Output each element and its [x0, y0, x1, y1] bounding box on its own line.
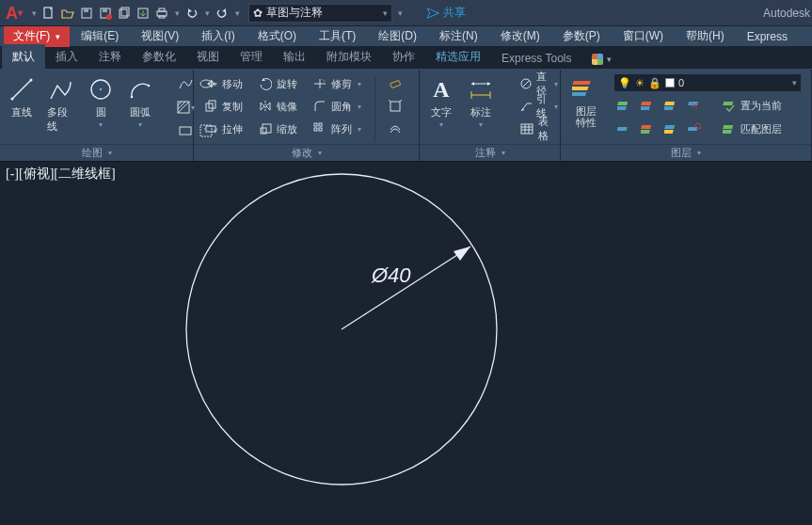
menu-window[interactable]: 窗口(W): [612, 26, 675, 47]
tab-parametric[interactable]: 参数化: [132, 44, 186, 69]
title-bar: A▾ ▾ ▾ ▾ ▾ ✿ 草图与注释 ▾ ▾ 共享 Autodesk: [0, 0, 812, 26]
dim-button[interactable]: 标注▾: [465, 73, 497, 144]
tab-output[interactable]: 输出: [273, 44, 316, 69]
offset-icon[interactable]: [385, 119, 406, 139]
app-logo[interactable]: A▾: [6, 5, 23, 22]
set-current-button[interactable]: 置为当前: [718, 95, 786, 116]
open-icon[interactable]: [60, 6, 75, 21]
svg-rect-10: [159, 8, 165, 11]
erase-icon[interactable]: [385, 73, 406, 94]
arc-button[interactable]: 圆弧 ▾: [124, 73, 156, 144]
tab-addons[interactable]: 附加模块: [316, 44, 382, 69]
diameter-dimension[interactable]: Ø40: [342, 247, 470, 329]
undo-caret[interactable]: ▾: [203, 6, 211, 21]
drawing-canvas[interactable]: [-][俯视][二维线框] Ø40: [0, 162, 812, 525]
match-layer-button[interactable]: 匹配图层: [718, 119, 786, 139]
rotate-icon: [258, 76, 273, 91]
move-icon: ✥: [203, 76, 218, 91]
copy-icon: [203, 99, 218, 114]
array-button[interactable]: 阵列▾: [309, 119, 365, 139]
svg-rect-39: [390, 102, 400, 111]
new-icon[interactable]: [41, 6, 56, 21]
menu-param[interactable]: 参数(P): [551, 26, 612, 47]
line-button[interactable]: 直线: [6, 73, 38, 144]
text-button[interactable]: A 文字▾: [425, 73, 457, 144]
svg-rect-54: [572, 87, 589, 90]
panel-annotate: A 文字▾ 标注▾ 直径▾ 引线▾ 表格 注释: [420, 70, 561, 161]
workspace-dropdown[interactable]: ✿ 草图与注释 ▾: [248, 4, 392, 23]
rotate-button[interactable]: 旋转: [254, 73, 301, 94]
color-swatch: [665, 78, 675, 88]
fillet-icon: [312, 99, 327, 114]
svg-rect-34: [314, 123, 317, 126]
qat-caret[interactable]: ▾: [30, 6, 38, 21]
share-label: 共享: [443, 5, 466, 21]
rectangle-icon[interactable]: [175, 120, 196, 141]
trim-button[interactable]: 修剪▾: [309, 73, 365, 94]
undo-icon[interactable]: [184, 6, 199, 21]
menu-help[interactable]: 帮助(H): [675, 26, 736, 47]
svg-rect-55: [572, 92, 586, 96]
move-button[interactable]: ✥移动: [199, 73, 247, 94]
menu-modify[interactable]: 修改(M): [489, 26, 551, 47]
openweb-icon[interactable]: [117, 6, 132, 21]
panel-layer-title[interactable]: 图层: [561, 144, 811, 161]
circle-button[interactable]: 圆 ▾: [85, 73, 117, 144]
save-icon[interactable]: [79, 6, 94, 21]
tab-default[interactable]: 默认: [2, 44, 45, 69]
explode-icon[interactable]: [385, 96, 406, 117]
diameter-button[interactable]: 直径▾: [516, 73, 562, 94]
tab-manage[interactable]: 管理: [230, 44, 273, 69]
layer-lock-icon[interactable]: [661, 95, 681, 116]
svg-rect-65: [641, 125, 651, 129]
layer-uniso-icon[interactable]: [637, 119, 658, 139]
layerprops-button[interactable]: 图层 特性: [566, 73, 606, 144]
stretch-button[interactable]: 拉伸: [199, 119, 247, 139]
redo-icon[interactable]: [215, 6, 230, 21]
tab-collab[interactable]: 协作: [382, 44, 425, 69]
copy-button[interactable]: 复制: [199, 96, 247, 117]
svg-rect-71: [723, 125, 733, 129]
layer-delete-icon[interactable]: [684, 119, 705, 139]
layerprops-icon: [572, 75, 600, 103]
plot-caret[interactable]: ▾: [173, 6, 181, 21]
hatch-icon[interactable]: ▾: [175, 97, 196, 118]
svg-rect-72: [723, 130, 732, 134]
ribbon-tab-strip: 默认 插入 注释 参数化 视图 管理 输出 附加模块 协作 精选应用 Expre…: [0, 47, 812, 70]
layer-off-icon[interactable]: [613, 95, 634, 116]
layer-iso-icon[interactable]: [613, 119, 634, 139]
menu-express[interactable]: Express: [736, 26, 799, 47]
scale-icon: [258, 121, 273, 136]
share-button[interactable]: 共享: [426, 5, 466, 21]
scale-button[interactable]: 缩放: [254, 119, 301, 139]
panel-annotate-title[interactable]: 注释: [420, 144, 560, 161]
saveweb-icon[interactable]: [135, 6, 151, 21]
bulb-icon: 💡: [618, 77, 631, 89]
saveas-icon[interactable]: [98, 6, 113, 21]
layer-freeze-icon[interactable]: [637, 95, 658, 116]
layer-unlock-icon[interactable]: [684, 95, 705, 116]
tab-featured[interactable]: 精选应用: [425, 44, 491, 69]
svg-point-5: [106, 14, 112, 20]
tab-insert[interactable]: 插入: [45, 44, 88, 69]
tab-annotate[interactable]: 注释: [88, 44, 132, 69]
layer-merge-icon[interactable]: [661, 119, 681, 139]
leader-button[interactable]: 引线▾: [516, 96, 562, 117]
plot-icon[interactable]: [154, 6, 169, 21]
layer-dropdown[interactable]: 💡 ☀ 🔒 0 ▾: [613, 73, 802, 92]
workspace-caret[interactable]: ▾: [396, 6, 404, 21]
table-button[interactable]: 表格: [516, 119, 562, 139]
spline-icon[interactable]: [175, 73, 196, 94]
panel-modify-title[interactable]: 修改: [194, 144, 419, 161]
mirror-button[interactable]: 镜像: [254, 96, 301, 117]
tab-express[interactable]: Express Tools: [491, 47, 581, 69]
tab-apps[interactable]: ▾: [581, 49, 622, 69]
fillet-button[interactable]: 圆角▾: [309, 96, 365, 117]
svg-rect-58: [641, 102, 651, 105]
panel-draw-title[interactable]: 绘图: [0, 144, 193, 161]
redo-caret[interactable]: ▾: [233, 6, 241, 21]
stretch-icon: [203, 121, 218, 136]
polyline-button[interactable]: 多段线: [45, 73, 77, 144]
tab-view[interactable]: 视图: [186, 44, 230, 69]
circle-icon: [87, 75, 115, 103]
